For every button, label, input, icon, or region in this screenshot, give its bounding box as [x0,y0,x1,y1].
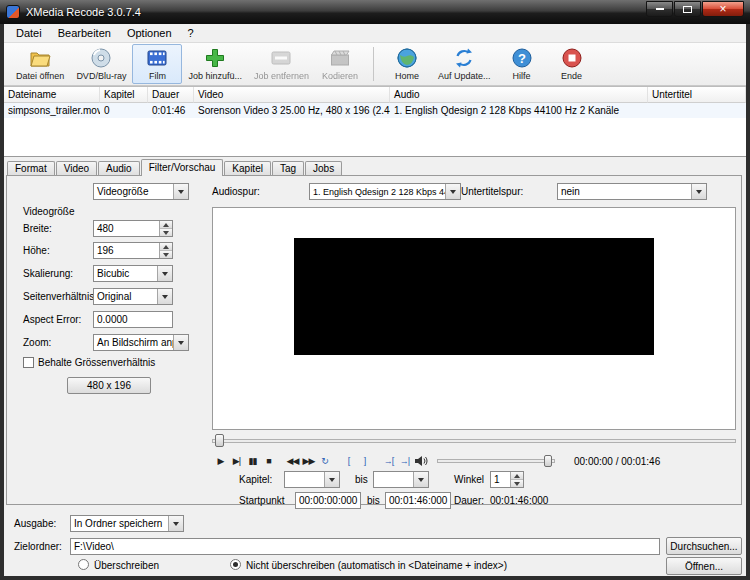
zielordner-input[interactable]: F:\Video\ [70,538,660,555]
hoehe-label: Höhe: [23,245,50,256]
chevron-down-icon [168,516,183,531]
hoehe-stepper[interactable]: 196 [93,242,173,259]
videogroesse-group-label: Videogröße [23,206,75,217]
seitenverhaeltnis-value: Original [94,291,157,302]
hoehe-spin-buttons[interactable] [159,243,172,258]
column-header-untertitel[interactable]: Untertitel [648,87,746,103]
toolbar-button-job-hinzufuegen[interactable]: Job hinzufü... [182,44,248,84]
maximize-button[interactable] [674,1,701,17]
startpunkt-field[interactable]: 00:00:00:000 [295,492,361,509]
menu-item-optionen[interactable]: Optionen [119,25,180,42]
keep-ratio-checkbox[interactable] [23,357,34,368]
menu-bar: Datei Bearbeiten Optionen ? [4,24,746,43]
ueberschreiben-radio[interactable] [78,559,89,570]
toolbar-button-label: Job hinzufü... [188,71,242,81]
toolbar-button-hilfe[interactable]: ? Hilfe [497,44,547,84]
winkel-spin-buttons[interactable] [510,472,523,487]
maximize-icon [683,6,692,13]
filter-type-value: Videogröße [94,186,173,197]
mark-start-button[interactable]: [ [342,453,355,469]
nicht-ueberschreiben-label[interactable]: Nicht überschreiben (automatisch in <Dat… [246,560,507,571]
column-header-audio[interactable]: Audio [390,87,648,103]
table-row[interactable]: simpsons_trailer.mov 0 0:01:46 Sorenson … [4,103,746,118]
toolbar-button-home[interactable]: Home [382,44,432,84]
column-header-kapitel[interactable]: Kapitel [100,87,148,103]
tab-jobs[interactable]: Jobs [305,161,342,176]
menu-item-datei[interactable]: Datei [8,25,50,42]
step-forward-button[interactable]: ▶| [230,453,243,469]
menu-item-bearbeiten[interactable]: Bearbeiten [50,25,119,42]
kapitel-bis-select[interactable] [373,471,429,488]
remove-job-icon [270,47,292,69]
dauer-value: 00:01:46:000 [490,495,548,506]
startpunkt-label: Startpunkt [239,495,285,506]
minimize-button[interactable] [646,1,673,17]
ausgabe-select[interactable]: In Ordner speichern [70,515,184,532]
tab-filter-vorschau[interactable]: Filter/Vorschau [141,159,224,176]
zoom-select[interactable]: An Bildschirm anpass... [93,334,189,351]
toolbar-button-film[interactable]: Film [132,44,182,84]
jump-start-button[interactable]: →[ [382,453,395,469]
fast-forward-button[interactable]: ▶▶ [302,453,315,469]
column-header-dauer[interactable]: Dauer [148,87,194,103]
stop-button[interactable]: ■ [262,453,275,469]
ueberschreiben-label[interactable]: Überschreiben [94,560,159,571]
file-list: Dateiname Kapitel Dauer Video Audio Unte… [4,86,746,157]
filter-vorschau-panel: Videogröße Videogröße Breite: 480 Höhe: … [6,175,742,505]
skalierung-select[interactable]: Bicubic [93,265,173,282]
tab-tag[interactable]: Tag [272,161,304,176]
tab-format[interactable]: Format [7,161,55,176]
play-button[interactable]: ▶ [214,453,227,469]
breite-stepper[interactable]: 480 [93,220,173,237]
cell-video: Sorenson Video 3 25.00 Hz, 480 x 196 (2.… [194,103,390,118]
close-button[interactable]: × [702,1,744,17]
tab-video[interactable]: Video [56,161,97,176]
column-header-video[interactable]: Video [194,87,390,103]
chevron-down-icon [691,184,706,199]
toolbar-button-dvd-bluray[interactable]: DVD/Blu-ray [70,44,132,84]
pause-button[interactable]: ▮▮ [246,453,259,469]
aspect-error-field[interactable]: 0.0000 [93,311,173,328]
add-job-icon [204,47,226,69]
audiospur-select[interactable]: 1. English Qdesign 2 128 Kbps 44100 [309,183,461,200]
toolbar-button-kodieren[interactable]: Kodieren [315,44,365,84]
toolbar-button-auf-update[interactable]: Auf Update... [432,44,497,84]
toolbar-button-label: DVD/Blu-ray [76,71,126,81]
oeffnen-button[interactable]: Öffnen... [666,557,742,575]
column-header-dateiname[interactable]: Dateiname [4,87,100,103]
menu-item-hilfe[interactable]: ? [180,25,202,42]
chevron-down-icon [157,266,172,281]
seek-slider-track[interactable] [212,439,736,443]
seitenverhaeltnis-select[interactable]: Original [93,288,173,305]
breite-spin-buttons[interactable] [159,221,172,236]
mark-end-button[interactable]: ] [358,453,371,469]
tab-kapitel[interactable]: Kapitel [224,161,271,176]
jump-end-button[interactable]: →| [398,453,411,469]
audiospur-value: 1. English Qdesign 2 128 Kbps 44100 [310,187,445,197]
keep-ratio-label[interactable]: Behalte Grössenverhältnis [38,357,155,368]
repeat-button[interactable]: ↻ [318,453,331,469]
toolbar-button-datei-oeffnen[interactable]: Datei öffnen [10,44,70,84]
size-button[interactable]: 480 x 196 [67,377,151,394]
toolbar-button-label: Job entfernen [254,71,309,81]
filter-type-select[interactable]: Videogröße [93,183,189,200]
durchsuchen-button[interactable]: Durchsuchen... [666,537,742,555]
toolbar-button-label: Home [395,71,419,81]
toolbar-button-job-entfernen[interactable]: Job entfernen [248,44,315,84]
volume-slider-thumb[interactable] [544,455,552,467]
rewind-button[interactable]: ◀◀ [286,453,299,469]
tab-audio[interactable]: Audio [98,161,140,176]
breite-value: 480 [94,221,159,236]
volume-slider-track[interactable] [437,459,555,463]
nicht-ueberschreiben-radio[interactable] [230,559,241,570]
toolbar-button-label: Datei öffnen [16,71,64,81]
kapitel-select[interactable] [284,471,340,488]
svg-text:?: ? [518,51,526,66]
spin-down-icon [511,479,523,487]
endpunkt-field[interactable]: 00:01:46:000 [385,492,451,509]
untertitelspur-select[interactable]: nein [557,183,707,200]
toolbar-button-ende[interactable]: Ende [547,44,597,84]
seek-slider-thumb[interactable] [215,434,224,447]
winkel-stepper[interactable]: 1 [490,471,524,488]
volume-button[interactable] [414,453,429,469]
